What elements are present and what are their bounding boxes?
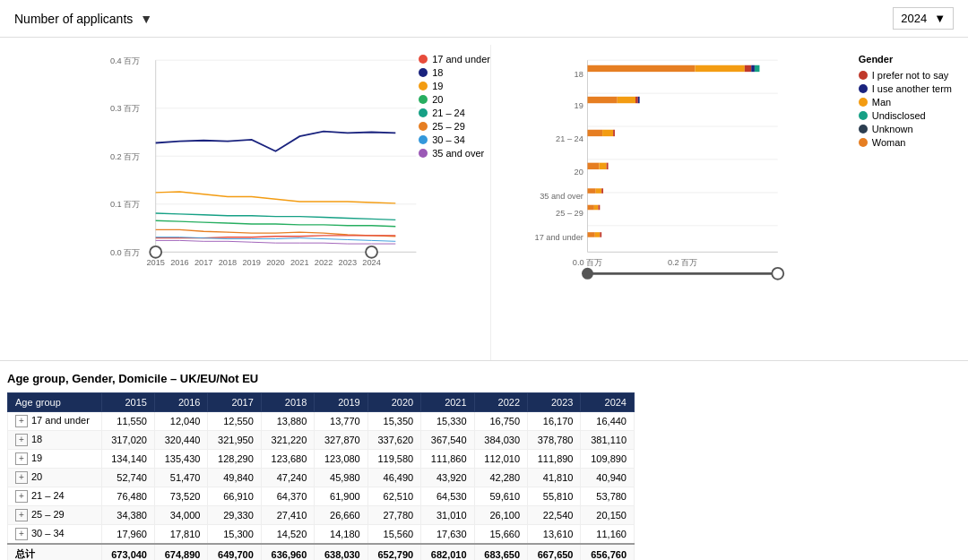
- cell-agegroup: +18: [8, 431, 102, 450]
- legend-dot-18: [419, 68, 428, 77]
- bar-label-21-24: 21 – 24: [556, 134, 583, 143]
- row-expand-btn[interactable]: +: [15, 509, 28, 521]
- bar-19-man: [618, 97, 635, 103]
- bar-20-woman: [587, 163, 599, 169]
- charts-area: 0.4 百万 0.3 百万 0.2 百万 0.1 百万 0.0 百万: [0, 38, 968, 360]
- legend-dot-man: [859, 98, 868, 107]
- cell-4-7: 59,610: [474, 487, 527, 506]
- table-row[interactable]: +30 – 3417,96017,81015,30014,52014,18015…: [8, 525, 635, 545]
- bar-slider-left[interactable]: [582, 268, 593, 280]
- bar-legend-title: Gender: [859, 54, 952, 65]
- cell-0-8: 16,170: [528, 412, 581, 431]
- cell-agegroup: +20: [8, 469, 102, 487]
- x-label-2017: 2017: [194, 258, 213, 267]
- cell-3-8: 41,810: [528, 469, 581, 487]
- cell-3-7: 42,280: [474, 469, 527, 487]
- cell-4-2: 66,910: [208, 487, 261, 506]
- cell-6-1: 17,810: [154, 525, 207, 545]
- bar-35over-man: [596, 188, 601, 194]
- cell-0-3: 13,880: [261, 412, 314, 431]
- y-label-00: 0.0 百万: [110, 248, 140, 257]
- legend-dot-undisclosed: [859, 111, 868, 120]
- bar-25-29-prefernot: [598, 205, 600, 211]
- row-expand-btn[interactable]: +: [15, 415, 28, 427]
- cell-0-6: 15,330: [421, 412, 474, 431]
- table-row[interactable]: +18317,020320,440321,950321,220327,87033…: [8, 431, 635, 450]
- cell-4-4: 61,900: [315, 487, 367, 506]
- cell-0-4: 13,770: [315, 412, 367, 431]
- bar-18-undisclosed: [755, 65, 760, 72]
- legend-label-woman: Woman: [872, 137, 906, 148]
- legend-label-30-34: 30 – 34: [432, 134, 465, 145]
- legend-item-30-34: 30 – 34: [419, 134, 490, 145]
- legend-dot-woman: [859, 138, 868, 147]
- legend-item-undisclosed: Undisclosed: [859, 110, 952, 121]
- col-header-2018: 2018: [261, 393, 314, 412]
- legend-item-19: 19: [419, 81, 490, 91]
- cell-4-3: 64,370: [261, 487, 314, 506]
- line-20: [156, 220, 396, 226]
- legend-dot-prefernot: [859, 71, 868, 80]
- line-18: [156, 132, 396, 151]
- table-row[interactable]: +25 – 2934,38034,00029,33027,41026,66027…: [8, 506, 635, 525]
- bar-18-man: [695, 65, 744, 72]
- chart-title: Number of applicants: [14, 12, 133, 26]
- cell-5-3: 27,410: [261, 506, 314, 525]
- cell-4-1: 73,520: [154, 487, 207, 506]
- x-label-2021: 2021: [290, 258, 309, 267]
- cell-2-8: 111,890: [528, 450, 581, 469]
- chart-title-dropdown[interactable]: ▼: [140, 12, 152, 26]
- cell-4-6: 64,530: [421, 487, 474, 506]
- cell-1-1: 320,440: [154, 431, 207, 450]
- total-label: 总计: [8, 544, 102, 560]
- cell-2-1: 135,430: [154, 450, 207, 469]
- bar-19-another: [638, 97, 640, 103]
- x-label-2019: 2019: [242, 258, 261, 267]
- line-chart-slider-right[interactable]: [366, 246, 377, 258]
- table-row[interactable]: +21 – 2476,48073,52066,91064,37061,90062…: [8, 487, 635, 506]
- bar-x-label-0: 0.0 百万: [573, 258, 602, 267]
- legend-item-unknown: Unknown: [859, 124, 952, 134]
- bar-label-25-29: 25 – 29: [556, 209, 583, 218]
- table-row[interactable]: +17 and under11,55012,04012,55013,88013,…: [8, 412, 635, 431]
- cell-3-9: 40,940: [581, 469, 635, 487]
- bar-35over-prefernot: [601, 188, 603, 194]
- row-expand-btn[interactable]: +: [15, 490, 28, 503]
- total-cell-4: 638,030: [315, 544, 367, 560]
- bar-21-24-man: [602, 130, 613, 136]
- table-row[interactable]: +19134,140135,430128,290123,680123,08011…: [8, 450, 635, 469]
- table-section: Age group, Gender, Domicile – UK/EU/Not …: [0, 360, 968, 560]
- bar-21-24-woman: [587, 130, 602, 136]
- legend-dot-unknown: [859, 125, 868, 134]
- cell-agegroup: +25 – 29: [8, 506, 102, 525]
- cell-4-5: 62,510: [367, 487, 420, 506]
- year-selector[interactable]: 2024 ▼: [893, 7, 954, 30]
- cell-0-1: 12,040: [154, 412, 207, 431]
- row-expand-btn[interactable]: +: [15, 434, 28, 446]
- legend-item-17under: 17 and under: [419, 54, 490, 65]
- cell-1-8: 378,780: [528, 431, 581, 450]
- row-expand-btn[interactable]: +: [15, 528, 28, 540]
- cell-1-9: 381,110: [581, 431, 635, 450]
- row-expand-btn[interactable]: +: [15, 452, 28, 465]
- legend-dot-another: [859, 84, 868, 93]
- cell-2-7: 112,010: [474, 450, 527, 469]
- cell-5-5: 27,780: [367, 506, 420, 525]
- legend-label-another: I use another term: [872, 83, 952, 94]
- line-chart-slider-left[interactable]: [150, 246, 161, 258]
- line-chart-container: 0.4 百万 0.3 百万 0.2 百万 0.1 百万 0.0 百万: [7, 45, 491, 360]
- bar-label-17under: 17 and under: [535, 233, 583, 242]
- cell-1-6: 367,540: [421, 431, 474, 450]
- cell-1-5: 337,620: [367, 431, 420, 450]
- bar-slider-right[interactable]: [772, 268, 783, 280]
- row-expand-btn[interactable]: +: [15, 471, 28, 484]
- table-row[interactable]: +2052,74051,47049,84047,24045,98046,4904…: [8, 469, 635, 487]
- line-35over: [156, 240, 396, 244]
- legend-label-17under: 17 and under: [432, 54, 490, 65]
- cell-0-2: 12,550: [208, 412, 261, 431]
- legend-label-man: Man: [872, 97, 891, 108]
- legend-label-20: 20: [432, 94, 443, 105]
- cell-5-4: 26,660: [315, 506, 367, 525]
- cell-1-0: 317,020: [101, 431, 154, 450]
- legend-label-19: 19: [432, 81, 443, 91]
